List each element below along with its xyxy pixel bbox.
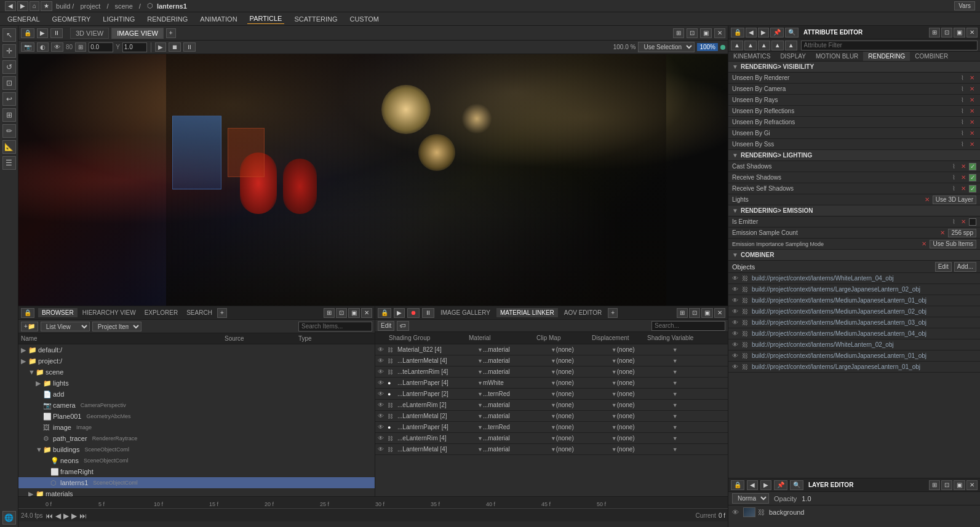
x-icon-unref[interactable]: ✕ <box>968 107 976 116</box>
browser-search-input[interactable] <box>298 322 372 331</box>
x-icon-unry[interactable]: ✕ <box>968 96 976 105</box>
ae-sub-btn1[interactable]: ▲ <box>731 41 743 50</box>
section-rendering-lighting[interactable]: ▼ RENDERING> LIGHTING <box>728 150 980 161</box>
tree-item-lanterns1[interactable]: ⬡ lanterns1 SceneObjectComl <box>18 477 375 488</box>
ml-pause-btn[interactable]: ⏸ <box>422 308 434 318</box>
bp-btn4[interactable]: ✕ <box>361 308 372 318</box>
ae-prev-btn[interactable]: ◀ <box>746 28 757 38</box>
eye-icon-0[interactable]: 👁 <box>378 346 388 353</box>
ae-search-btn[interactable]: 🔍 <box>785 28 799 38</box>
section-rendering-emission[interactable]: ▼ RENDERING> EMISSION <box>728 205 980 216</box>
eye-icon-5[interactable]: 👁 <box>378 402 388 408</box>
ml-search-input[interactable] <box>651 321 725 331</box>
le-lock-btn[interactable]: 🔒 <box>731 480 744 490</box>
tc-step-fwd-btn[interactable]: ▶ <box>71 512 77 520</box>
tree-item-project[interactable]: ▶ 📁 project:/ <box>18 355 375 367</box>
ml-btn1[interactable]: ⊞ <box>677 308 688 318</box>
section-rendering-visibility[interactable]: ▼ RENDERING> VISIBILITY <box>728 61 980 73</box>
le-btn2[interactable]: ⊡ <box>941 480 952 490</box>
vc-stop-btn[interactable]: ⏹ <box>169 42 181 52</box>
tab-explorer[interactable]: EXPLORER <box>141 308 181 317</box>
tree-item-add[interactable]: 📄 add <box>18 389 375 400</box>
obj-eye-7[interactable]: 👁 <box>732 352 741 359</box>
tab-display[interactable]: DISPLAY <box>775 52 811 61</box>
ml-row-2[interactable]: 👁 ⛓ ...teLanternRim [4] ▼ ...material ▼ … <box>375 367 728 378</box>
add-folder-btn[interactable]: +📁 <box>21 322 38 331</box>
obj-item-5[interactable]: 👁 ⛓ build://project/context/lanterns/Med… <box>728 328 980 339</box>
obj-item-0[interactable]: 👁 ⛓ build://project/context/lanterns/Whi… <box>728 273 980 284</box>
vc-camera-btn[interactable]: 📷 <box>21 42 34 52</box>
obj-eye-4[interactable]: 👁 <box>732 319 741 326</box>
undo-tool-btn[interactable]: ↩ <box>2 92 16 106</box>
add-browser-tab-btn[interactable]: + <box>217 308 227 318</box>
eye-icon-9[interactable]: 👁 <box>378 446 388 453</box>
curve-icon-ungi[interactable]: ⌇ <box>958 129 966 138</box>
menu-lighting[interactable]: LIGHTING <box>100 14 137 24</box>
x-icon-esc[interactable]: ✕ <box>938 229 947 237</box>
ml-edit-btn[interactable]: Edit <box>378 321 394 331</box>
ae-btn3[interactable]: ▣ <box>954 28 965 38</box>
vp-icon-btn4[interactable]: ✕ <box>714 28 725 38</box>
obj-item-3[interactable]: 👁 ⛓ build://project/context/lanterns/Med… <box>728 306 980 317</box>
eye-icon-2[interactable]: 👁 <box>378 368 388 375</box>
x-icon-unsss[interactable]: ✕ <box>968 140 976 149</box>
ae-btn2[interactable]: ⊡ <box>941 28 952 38</box>
ae-sub-btn5[interactable]: ▲ <box>785 41 797 50</box>
vars-btn[interactable]: Vars <box>954 1 975 10</box>
tree-item-default[interactable]: ▶ 📁 default:/ <box>18 344 375 355</box>
tab-image-gallery[interactable]: IMAGE GALLERY <box>437 308 494 317</box>
x-icon-eim[interactable]: ✕ <box>920 240 928 248</box>
lock-btn[interactable]: 🔒 <box>21 28 34 38</box>
nav-forward-btn[interactable]: ▶ <box>17 1 28 11</box>
eye-icon-7[interactable]: 👁 <box>378 424 388 430</box>
bp-lock-btn[interactable]: 🔒 <box>21 308 34 318</box>
vp-play-btn[interactable]: ▶ <box>37 28 48 38</box>
ml-add-tab-btn[interactable]: + <box>608 308 618 318</box>
le-pin-btn[interactable]: 📌 <box>774 480 787 490</box>
curve-icon-unry[interactable]: ⌇ <box>958 96 966 105</box>
menu-scattering[interactable]: SCATTERING <box>292 14 340 24</box>
tab-browser[interactable]: BROWSER <box>38 308 78 317</box>
tc-play-btn[interactable]: ▶ <box>63 512 69 520</box>
layer-vis-icon[interactable]: 👁 <box>732 509 741 516</box>
measure-tool-btn[interactable]: 📐 <box>2 140 16 154</box>
obj-item-1[interactable]: 👁 ⛓ build://project/context/lanterns/Lar… <box>728 284 980 295</box>
ml-lock-btn[interactable]: 🔒 <box>378 308 391 318</box>
ml-tag-btn[interactable]: 🏷 <box>397 321 409 331</box>
checkbox-receive-self-shadows[interactable]: ✓ <box>969 185 976 192</box>
vc-pause-btn[interactable]: ⏸ <box>183 42 196 52</box>
tree-item-buildings[interactable]: ▼ 📁 buildings SceneObjectComl <box>18 444 375 455</box>
ae-pin-btn[interactable]: 📌 <box>770 28 784 38</box>
le-next-btn[interactable]: ▶ <box>760 480 771 490</box>
ml-row-0[interactable]: 👁 ⛓ Material_822 [4] ▼ ...material ▼ (no… <box>375 344 728 355</box>
scale-tool-btn[interactable]: ⊡ <box>2 76 16 90</box>
curve-icon-cs[interactable]: ⌇ <box>949 162 958 171</box>
bp-btn3[interactable]: ▣ <box>348 308 360 318</box>
x-icon-unc[interactable]: ✕ <box>968 85 976 93</box>
menu-animation[interactable]: ANIMATION <box>197 14 239 24</box>
vc-input2[interactable] <box>122 42 147 52</box>
combiner-add-btn[interactable]: Add... <box>954 262 976 272</box>
vp-icon-btn1[interactable]: ⊞ <box>673 28 684 38</box>
tree-item-plane001[interactable]: ⬜ Plane001 GeometryAbcMes <box>18 411 375 422</box>
project-item-select[interactable]: Project Item <box>92 322 141 331</box>
curve-icon-rs[interactable]: ⌇ <box>949 173 958 182</box>
eye-icon-6[interactable]: 👁 <box>378 413 388 419</box>
ml-rec-btn[interactable]: ⏺ <box>407 308 420 318</box>
tab-3d-view[interactable]: 3D VIEW <box>70 28 109 39</box>
emission-importance-value[interactable]: Use Sub Items <box>930 240 976 248</box>
curve-icon-ie[interactable]: ⌇ <box>949 218 958 226</box>
add-view-btn[interactable]: + <box>166 28 176 38</box>
checkbox-is-emitter[interactable] <box>969 218 976 226</box>
ml-row-1[interactable]: 👁 ⛓ ...LanternMetal [4] ▼ ...material ▼ … <box>375 355 728 367</box>
obj-item-6[interactable]: 👁 ⛓ build://project/context/lanterns/Whi… <box>728 339 980 351</box>
eye-icon-3[interactable]: 👁 <box>378 379 388 386</box>
obj-eye-5[interactable]: 👁 <box>732 330 741 337</box>
section-combiner[interactable]: ▼ COMBINER <box>728 250 980 261</box>
ae-sub-btn4[interactable]: ▲ <box>771 41 784 50</box>
tab-material-linker[interactable]: MATERIAL LINKER <box>496 308 558 317</box>
curve-icon-rss[interactable]: ⌇ <box>949 184 958 193</box>
ae-sub-btn3[interactable]: ▲ <box>758 41 770 50</box>
x-icon-cs[interactable]: ✕ <box>959 162 968 171</box>
curve-icon-unsss[interactable]: ⌇ <box>958 140 966 149</box>
